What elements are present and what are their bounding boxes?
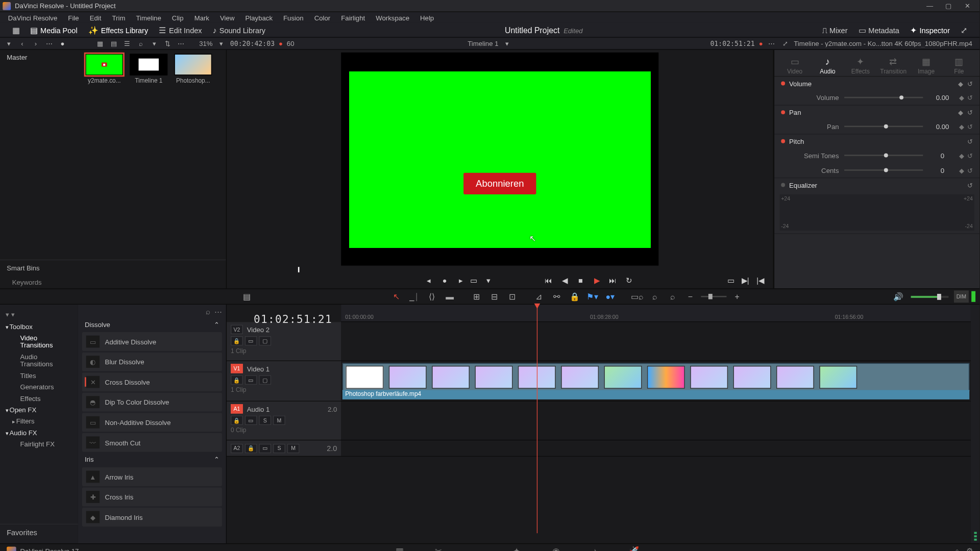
- menu-item[interactable]: Fairlight: [336, 14, 371, 21]
- mute-icon[interactable]: 🔊: [891, 290, 905, 303]
- fx-audiofx[interactable]: ▾Audio FX: [0, 427, 78, 438]
- replace-icon[interactable]: ⊡: [505, 290, 519, 303]
- viewer-scrubber[interactable]: [227, 267, 773, 271]
- fx-fairlight[interactable]: Fairlight FX: [0, 438, 78, 449]
- panel-icon[interactable]: ▾: [6, 310, 9, 317]
- timeline-name[interactable]: Timeline 1: [468, 40, 498, 47]
- strip-view-icon[interactable]: ▤: [109, 39, 118, 48]
- fx-item[interactable]: ▲Arrow Iris: [82, 467, 222, 486]
- fx-item[interactable]: ✚Cross Iris: [82, 488, 222, 507]
- search-icon[interactable]: ⌕: [206, 307, 210, 315]
- chevron-down-icon[interactable]: ▾: [150, 39, 159, 48]
- reset-icon[interactable]: ↺: [967, 152, 973, 159]
- mediapool-button[interactable]: ▤Media Pool: [28, 24, 80, 36]
- auto-select-icon[interactable]: ▭: [245, 416, 257, 425]
- disable-icon[interactable]: ▢: [259, 336, 271, 345]
- reset-icon[interactable]: ↺: [967, 94, 973, 101]
- flag-icon[interactable]: ⚑▾: [585, 290, 599, 303]
- page-media[interactable]: ▦: [393, 546, 406, 551]
- inspector-button[interactable]: ✦Inspector: [908, 24, 953, 36]
- reset-icon[interactable]: ↺: [967, 109, 973, 116]
- menu-item[interactable]: Mark: [189, 14, 214, 21]
- search-icon[interactable]: ⌕: [666, 290, 679, 303]
- pan-value[interactable]: 0.00: [928, 123, 957, 130]
- fx-generators[interactable]: Generators: [0, 381, 78, 392]
- record-icon[interactable]: ●: [58, 39, 67, 48]
- lock-icon[interactable]: 🔒: [568, 290, 581, 303]
- menu-item[interactable]: Trim: [107, 14, 131, 21]
- options-icon[interactable]: ⋯: [767, 39, 776, 48]
- disable-icon[interactable]: ▢: [259, 375, 271, 384]
- solo-button[interactable]: S: [259, 416, 271, 425]
- fx-item[interactable]: 〰Smooth Cut: [82, 433, 222, 452]
- crop-menu-icon[interactable]: ▭: [468, 274, 480, 287]
- zoom-in-icon[interactable]: +: [730, 290, 744, 303]
- loop-icon[interactable]: ↻: [623, 274, 635, 287]
- menu-item[interactable]: File: [63, 14, 84, 21]
- timeline-timecode[interactable]: 01:02:51:21: [254, 313, 332, 325]
- monitor-volume-slider[interactable]: [911, 295, 949, 297]
- smartbins-header[interactable]: Smart Bins: [0, 260, 226, 276]
- video-clip[interactable]: [342, 363, 969, 391]
- marker-icon[interactable]: ●▾: [603, 290, 617, 303]
- fx-group-dissolve[interactable]: Dissolve⌃: [78, 318, 226, 331]
- menu-item[interactable]: Workspace: [371, 14, 415, 21]
- page-fairlight[interactable]: ♪: [588, 546, 601, 551]
- keyframe-icon[interactable]: ◆: [958, 80, 964, 87]
- zoom-full-icon[interactable]: ▭⌕: [630, 290, 644, 303]
- page-color[interactable]: ◉: [549, 546, 562, 551]
- nav-next-icon[interactable]: ▸: [455, 274, 467, 287]
- mute-button[interactable]: M: [287, 443, 300, 453]
- tab-effects[interactable]: ✦Effects: [845, 56, 876, 74]
- match-frame-icon[interactable]: ▭: [724, 274, 737, 287]
- options-icon[interactable]: ⋯: [44, 39, 54, 48]
- link-icon[interactable]: ⚯: [550, 290, 564, 303]
- track-head-v2[interactable]: V2Video 2 🔒▭▢ 1 Clip: [227, 322, 341, 360]
- expand-button[interactable]: ⤢: [958, 24, 970, 36]
- reset-icon[interactable]: ↺: [967, 181, 973, 188]
- page-edit[interactable]: ⎯: [471, 546, 484, 551]
- fx-item[interactable]: ◐Blur Dissolve: [82, 353, 222, 371]
- fx-effects[interactable]: Effects: [0, 393, 78, 404]
- lock-icon[interactable]: 🔒: [231, 336, 243, 345]
- fx-video-transitions[interactable]: Video Transitions: [0, 332, 78, 351]
- marker-dot-icon[interactable]: ●: [438, 274, 451, 287]
- sound-library-button[interactable]: ♪Sound Library: [210, 24, 268, 36]
- mixer-button[interactable]: ⎍Mixer: [819, 24, 850, 36]
- zoom-detail-icon[interactable]: ⌕: [648, 290, 662, 303]
- more-icon[interactable]: ⋯: [214, 307, 222, 316]
- close-icon[interactable]: ✕: [958, 1, 977, 10]
- lock-icon[interactable]: 🔒: [231, 375, 243, 384]
- insert-icon[interactable]: ⊞: [470, 290, 483, 303]
- tab-transition[interactable]: ⇄Transition: [878, 56, 909, 74]
- minimize-icon[interactable]: —: [920, 1, 939, 10]
- keyframe-icon[interactable]: ◆: [959, 94, 965, 101]
- pitch-header[interactable]: Pitch↺: [774, 135, 979, 148]
- layout-menu-button[interactable]: ▦: [9, 24, 22, 36]
- fx-item[interactable]: ✕Cross Dissolve: [82, 372, 222, 391]
- track-head-v1[interactable]: V1Video 1 🔒▭▢ 1 Clip: [227, 361, 341, 401]
- fx-item[interactable]: ◆Diamond Iris: [82, 508, 222, 527]
- keyframe-icon[interactable]: ◆: [959, 166, 965, 173]
- chevron-down-icon[interactable]: ▾: [482, 274, 495, 287]
- nav-prev-icon[interactable]: ◂: [423, 274, 435, 287]
- thumb-view-icon[interactable]: ▦: [95, 39, 105, 48]
- nav-fwd-icon[interactable]: ›: [31, 39, 40, 48]
- track-body-v2[interactable]: [341, 322, 971, 360]
- fx-titles[interactable]: Titles: [0, 370, 78, 381]
- chevron-down-icon[interactable]: ▾: [216, 39, 226, 48]
- media-clip[interactable]: Timeline 1: [129, 54, 168, 224]
- fx-item[interactable]: ▭Non-Additive Dissolve: [82, 413, 222, 432]
- media-clip[interactable]: ■ y2mate.co...: [85, 54, 124, 224]
- menu-item[interactable]: View: [215, 14, 240, 21]
- search-icon[interactable]: ⌕: [136, 39, 145, 48]
- menu-item[interactable]: Help: [415, 14, 439, 21]
- stop-icon[interactable]: ■: [575, 274, 587, 287]
- eq-graph[interactable]: +24 -24 +24 -24: [780, 194, 974, 231]
- list-view-icon[interactable]: ☰: [122, 39, 132, 48]
- reset-icon[interactable]: ↺: [967, 138, 973, 145]
- go-end-icon[interactable]: ⏭: [607, 274, 619, 287]
- page-deliver[interactable]: 🚀: [627, 546, 641, 551]
- mute-button[interactable]: M: [273, 416, 285, 425]
- volume-slider[interactable]: [844, 97, 923, 98]
